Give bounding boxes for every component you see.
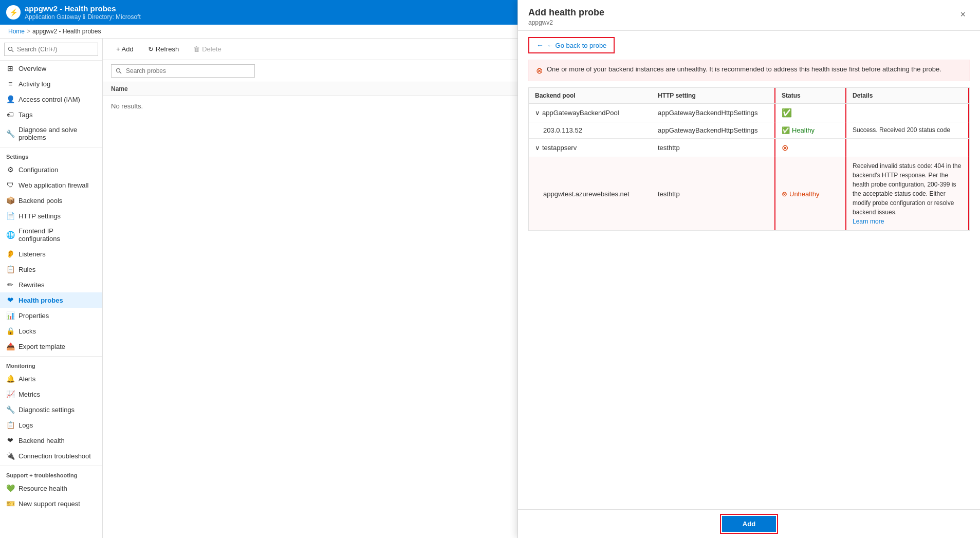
pool-name: testappserv — [542, 144, 577, 152]
backend-pool-cell: appgwtest.azurewebsites.net — [529, 157, 652, 230]
add-health-probe-panel: Add health probe appgwv2 × ← ← Go back t… — [517, 0, 980, 538]
sidebar-item-diagnostic-settings[interactable]: 🔧 Diagnostic settings — [0, 402, 102, 417]
access-control-icon: 👤 — [6, 95, 14, 103]
sidebar-item-waf[interactable]: 🛡 Web application firewall — [0, 177, 102, 193]
go-back-arrow-icon: ← — [537, 41, 544, 49]
status-cell: ✅ Healthy — [774, 122, 846, 138]
sidebar-item-backend-health[interactable]: ❤ Backend health — [0, 433, 102, 448]
sidebar-item-tags[interactable]: 🏷 Tags — [0, 107, 102, 122]
healthy-status: ✅ Healthy — [782, 126, 815, 134]
learn-more-link[interactable]: Learn more — [853, 217, 884, 226]
sidebar-item-diagnose[interactable]: 🔧 Diagnose and solve problems — [0, 122, 102, 145]
sidebar-item-label: Diagnostic settings — [19, 406, 75, 414]
delete-button[interactable]: 🗑 Delete — [188, 43, 227, 55]
http-settings-icon: 📄 — [6, 212, 14, 220]
status-cell: ✅ — [774, 104, 846, 122]
healthy-icon: ✅ — [782, 126, 790, 134]
table-row: ∨ appGatewayBackendPool appGatewayBacken… — [529, 104, 969, 122]
search-input[interactable] — [4, 43, 98, 56]
backend-pool-cell: 203.0.113.52 — [529, 122, 652, 138]
sidebar-item-backend-pools[interactable]: 📦 Backend pools — [0, 193, 102, 208]
info-icon: ℹ — [83, 13, 85, 21]
sidebar-item-connection-troubleshoot[interactable]: 🔌 Connection troubleshoot — [0, 448, 102, 463]
warning-icon: ⊗ — [536, 66, 543, 76]
sidebar-item-locks[interactable]: 🔒 Locks — [0, 323, 102, 339]
sidebar-item-frontend-ip[interactable]: 🌐 Frontend IP configurations — [0, 224, 102, 246]
sidebar-item-label: Locks — [19, 327, 36, 335]
col-header-name: Name — [111, 85, 542, 92]
sidebar-item-label: Logs — [19, 421, 33, 429]
configuration-icon: ⚙ — [6, 165, 14, 174]
sidebar: ⊞ Overview ≡ Activity log 👤 Access contr… — [0, 39, 103, 538]
sidebar-item-label: New support request — [19, 500, 80, 508]
sidebar-item-label: Frontend IP configurations — [19, 227, 96, 243]
add-probe-button[interactable]: Add — [722, 516, 776, 532]
expand-icon[interactable]: ∨ — [535, 109, 540, 117]
error-icon: ⊗ — [782, 143, 788, 153]
http-setting-cell: testhttp — [652, 139, 774, 157]
go-back-to-probe-button[interactable]: ← ← Go back to probe — [528, 37, 615, 53]
sidebar-item-label: Overview — [19, 65, 46, 72]
table-row: 203.0.113.52 appGatewayBackendHttpSettin… — [529, 122, 969, 139]
status-cell: ⊗ Unhealthy — [774, 157, 846, 230]
sidebar-item-configuration[interactable]: ⚙ Configuration — [0, 162, 102, 177]
sidebar-item-label: Activity log — [19, 80, 50, 88]
app-type-label: Application Gateway — [25, 13, 81, 21]
sidebar-item-logs[interactable]: 📋 Logs — [0, 417, 102, 433]
refresh-button[interactable]: ↻ Refresh — [143, 43, 184, 55]
unhealthy-status: ⊗ Unhealthy — [782, 190, 820, 198]
health-table: Backend pool HTTP setting Status Details… — [528, 87, 970, 231]
sidebar-item-activity-log[interactable]: ≡ Activity log — [0, 76, 102, 91]
top-bar-info: appgwv2 - Health probes Application Gate… — [25, 4, 141, 21]
sidebar-item-label: Diagnose and solve problems — [19, 126, 96, 141]
sidebar-item-label: Connection troubleshoot — [19, 452, 91, 460]
sidebar-item-label: Backend health — [19, 437, 65, 444]
settings-section-label: Settings — [0, 147, 102, 162]
sidebar-item-properties[interactable]: 📊 Properties — [0, 308, 102, 323]
sidebar-item-listeners[interactable]: 👂 Listeners — [0, 246, 102, 262]
export-template-icon: 📤 — [6, 342, 14, 350]
panel-body: ← ← Go back to probe ⊗ One or more of yo… — [518, 31, 980, 509]
sidebar-item-export-template[interactable]: 📤 Export template — [0, 339, 102, 354]
support-section-label: Support + troubleshooting — [0, 466, 102, 480]
panel-footer: Add — [518, 509, 980, 538]
sidebar-item-label: Web application firewall — [19, 181, 88, 189]
details-text: Received invalid status code: 404 in the… — [853, 161, 962, 217]
panel-header-info: Add health probe appgwv2 — [528, 7, 604, 26]
top-bar-subtitle: Application Gateway ℹ Directory: Microso… — [25, 13, 141, 21]
top-bar-title: appgwv2 - Health probes — [25, 4, 141, 13]
sidebar-item-resource-health[interactable]: 💚 Resource health — [0, 480, 102, 496]
unhealthy-label: Unhealthy — [789, 190, 820, 198]
http-setting-cell: testhttp — [652, 157, 774, 230]
panel-close-button[interactable]: × — [956, 7, 970, 22]
sidebar-item-health-probes[interactable]: ❤ Health probes — [0, 292, 102, 308]
delete-icon: 🗑 — [193, 45, 200, 53]
sidebar-item-access-control[interactable]: 👤 Access control (IAM) — [0, 91, 102, 107]
sidebar-item-label: Resource health — [19, 485, 67, 492]
sidebar-item-rewrites[interactable]: ✏ Rewrites — [0, 277, 102, 292]
activity-log-icon: ≡ — [6, 80, 14, 88]
table-row: appgwtest.azurewebsites.net testhttp ⊗ U… — [529, 157, 969, 231]
warning-message: One or more of your backend instances ar… — [547, 65, 941, 73]
sidebar-item-overview[interactable]: ⊞ Overview — [0, 61, 102, 76]
breadcrumb-home[interactable]: Home — [8, 28, 25, 35]
expand-icon[interactable]: ∨ — [535, 144, 540, 152]
health-table-header: Backend pool HTTP setting Status Details — [529, 88, 969, 104]
sidebar-item-new-support-request[interactable]: 🎫 New support request — [0, 496, 102, 511]
sidebar-item-http-settings[interactable]: 📄 HTTP settings — [0, 208, 102, 224]
probes-search-input[interactable] — [111, 64, 255, 78]
properties-icon: 📊 — [6, 311, 14, 320]
backend-pools-icon: 📦 — [6, 196, 14, 205]
http-setting-cell: appGatewayBackendHttpSettings — [652, 122, 774, 138]
sidebar-item-rules[interactable]: 📋 Rules — [0, 262, 102, 277]
status-cell: ⊗ — [774, 139, 846, 157]
sidebar-item-metrics[interactable]: 📈 Metrics — [0, 386, 102, 402]
sidebar-item-label: Alerts — [19, 375, 35, 383]
sidebar-item-alerts[interactable]: 🔔 Alerts — [0, 371, 102, 386]
add-button[interactable]: + Add — [111, 43, 139, 55]
tags-icon: 🏷 — [6, 110, 14, 119]
details-cell: Success. Received 200 status code — [846, 122, 969, 138]
backend-pool-cell: ∨ appGatewayBackendPool — [529, 104, 652, 122]
breadcrumb-current: appgwv2 - Health probes — [32, 28, 101, 35]
healthy-label: Healthy — [792, 126, 815, 134]
